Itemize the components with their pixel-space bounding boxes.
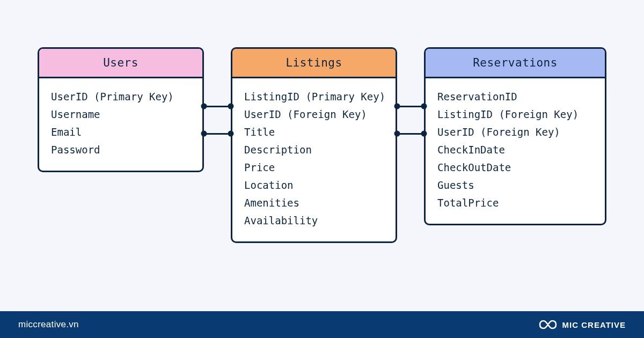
field: UserID (Foreign Key) [244, 106, 384, 123]
field: ReservationID [437, 88, 593, 106]
connector-line [397, 106, 424, 107]
footer-url: miccreative.vn [18, 319, 79, 330]
connector-dot [228, 104, 234, 109]
infinity-icon [539, 319, 557, 330]
er-diagram-canvas: Users UserID (Primary Key) Username Emai… [0, 0, 644, 311]
field: Location [244, 177, 384, 194]
entity-listings-header: Listings [232, 49, 396, 78]
field: Title [244, 123, 384, 141]
entity-users-body: UserID (Primary Key) Username Email Pass… [39, 78, 202, 171]
footer-bar: miccreative.vn MIC CREATIVE [0, 311, 644, 338]
entity-reservations-body: ReservationID ListingID (Foreign Key) Us… [426, 78, 605, 224]
field: UserID (Primary Key) [51, 88, 191, 106]
field: TotalPrice [437, 194, 593, 212]
entity-reservations-header: Reservations [426, 49, 605, 78]
connector-dot [421, 104, 427, 109]
connector-line [397, 133, 424, 135]
field: Price [244, 159, 384, 177]
entity-reservations: Reservations ReservationID ListingID (Fo… [424, 47, 606, 225]
entity-listings-body: ListingID (Primary Key) UserID (Foreign … [232, 78, 396, 241]
connector-line [204, 133, 231, 135]
field: Guests [437, 177, 593, 194]
entity-users-header: Users [39, 49, 202, 78]
connector-dot [201, 104, 207, 109]
connector-dot [201, 131, 207, 137]
connector-dot [421, 131, 427, 137]
connector-dot [394, 131, 400, 137]
field: Username [51, 106, 191, 123]
field: Description [244, 141, 384, 159]
field: Amenities [244, 194, 384, 212]
connector-dot [228, 131, 234, 137]
field: CheckOutDate [437, 159, 593, 177]
connector-line [204, 106, 231, 107]
footer-brand: MIC CREATIVE [539, 319, 626, 330]
entity-listings: Listings ListingID (Primary Key) UserID … [231, 47, 397, 243]
field: Availability [244, 212, 384, 230]
field: ListingID (Primary Key) [244, 88, 384, 106]
field: Password [51, 141, 191, 159]
connector-dot [394, 104, 400, 109]
field: CheckInDate [437, 141, 593, 159]
field: Email [51, 123, 191, 141]
footer-brand-text: MIC CREATIVE [562, 320, 626, 329]
entity-users: Users UserID (Primary Key) Username Emai… [38, 47, 204, 172]
field: UserID (Foreign Key) [437, 123, 593, 141]
field: ListingID (Foreign Key) [437, 106, 593, 123]
